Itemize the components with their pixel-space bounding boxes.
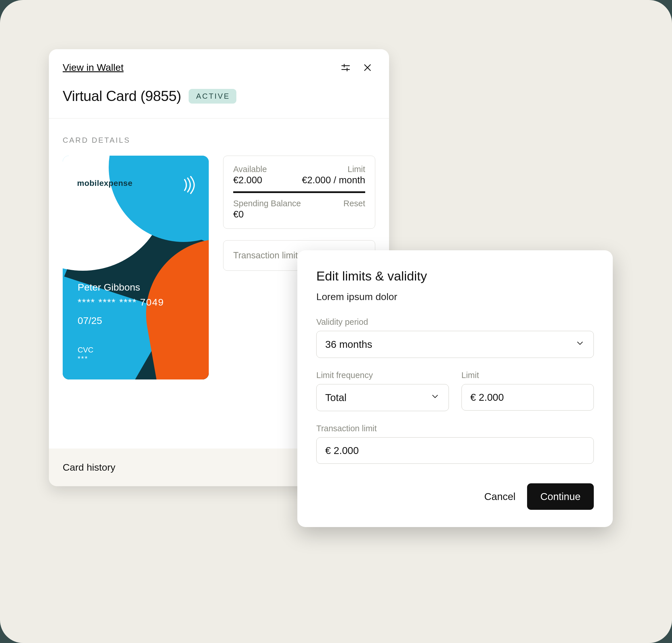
- txn-limit-input[interactable]: € 2.000: [316, 437, 594, 464]
- validity-label: Validity period: [316, 317, 594, 327]
- limit-progress-bar: [233, 191, 365, 193]
- spending-label: Spending Balance: [233, 199, 301, 208]
- card-brand: mobilexpense: [77, 179, 133, 188]
- txn-limit-label: Transaction limit: [316, 424, 594, 433]
- virtual-card-graphic: mobilexpense Peter Gibbons **** **** ***…: [63, 156, 209, 379]
- available-label: Available: [233, 165, 267, 174]
- chevron-down-icon: [575, 338, 585, 350]
- card-cvc-label: CVC: [78, 345, 94, 354]
- section-label: CARD DETAILS: [63, 136, 375, 145]
- cancel-button[interactable]: Cancel: [484, 491, 515, 502]
- card-number: **** **** **** 7049: [78, 296, 164, 308]
- modal-title: Edit limits & validity: [316, 269, 594, 284]
- panel-title: Virtual Card (9855): [63, 88, 181, 105]
- txn-limit-value: € 2.000: [325, 445, 359, 456]
- validity-value: 36 months: [325, 339, 372, 350]
- balance-box: Available €2.000 Limit €2.000 / month: [223, 156, 375, 229]
- frequency-select[interactable]: Total: [316, 384, 449, 411]
- close-icon[interactable]: [362, 62, 373, 73]
- card-holder-name: Peter Gibbons: [78, 282, 140, 293]
- stage: View in Wallet Virtual Card (9855) ACTIV…: [0, 0, 672, 643]
- card-expiry: 07/25: [78, 315, 102, 326]
- available-value: €2.000: [233, 174, 267, 185]
- frequency-label: Limit frequency: [316, 371, 449, 380]
- validity-select[interactable]: 36 months: [316, 331, 594, 358]
- limit-label: Limit: [302, 165, 365, 174]
- modal-subtitle: Lorem ipsum dolor: [316, 291, 594, 302]
- limit-input-value: € 2.000: [470, 391, 504, 403]
- card-cvc: ***: [78, 355, 88, 363]
- limit-field-label: Limit: [461, 371, 594, 380]
- edit-limits-modal: Edit limits & validity Lorem ipsum dolor…: [297, 250, 613, 527]
- spending-value: €0: [233, 209, 301, 220]
- status-badge: ACTIVE: [189, 89, 236, 104]
- continue-button[interactable]: Continue: [527, 483, 594, 510]
- chevron-down-icon: [430, 391, 440, 404]
- settings-sliders-icon[interactable]: [340, 62, 351, 73]
- frequency-value: Total: [325, 392, 347, 403]
- limit-input[interactable]: € 2.000: [461, 384, 594, 411]
- contactless-icon: [181, 176, 197, 195]
- reset-label: Reset: [343, 199, 365, 208]
- limit-value: €2.000 / month: [302, 174, 365, 185]
- view-in-wallet-link[interactable]: View in Wallet: [63, 62, 124, 73]
